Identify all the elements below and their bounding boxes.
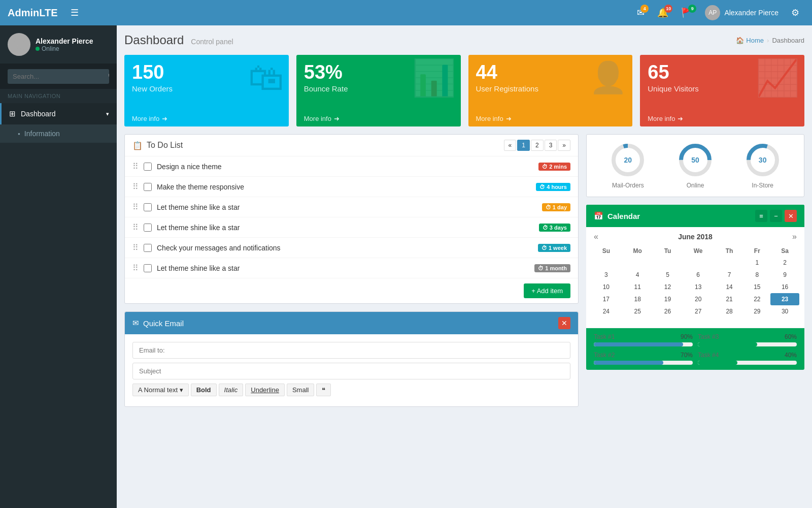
donut-wrap-mail: 20	[610, 142, 646, 178]
sidebar-toggle[interactable]: ☰	[65, 5, 84, 21]
cal-next-btn[interactable]: »	[792, 232, 797, 241]
bounce-more-info[interactable]: More info ➜	[296, 111, 461, 126]
cal-day[interactable]: 27	[682, 305, 715, 318]
drag-handle-icon[interactable]: ⠿	[132, 263, 139, 273]
quick-email-close-button[interactable]: ✕	[558, 317, 570, 329]
visitors-more-info[interactable]: More info ➜	[640, 111, 804, 126]
cal-day[interactable]: 12	[654, 281, 682, 293]
page-next-btn[interactable]: »	[558, 140, 570, 151]
cal-day[interactable]: 25	[621, 305, 654, 318]
drag-handle-icon[interactable]: ⠿	[132, 182, 139, 192]
sidebar-user-info: Alexander Pierce Online	[36, 37, 93, 52]
breadcrumb-home[interactable]: 🏠 Home	[736, 37, 764, 44]
cal-day[interactable]: 17	[591, 293, 621, 305]
cal-day[interactable]: 8	[743, 269, 770, 281]
cal-day[interactable]: 18	[621, 293, 654, 305]
format-underline-button[interactable]: Underline	[245, 384, 285, 396]
tasks-button[interactable]: 🚩 9	[676, 3, 697, 22]
cal-day[interactable]: 26	[654, 305, 682, 318]
cal-day[interactable]: 3	[591, 269, 621, 281]
quick-email-box: ✉ Quick Email ✕ A Normal text ▾ Bold Ita…	[124, 311, 579, 407]
cal-day[interactable]: 21	[715, 293, 744, 305]
sidebar-user-panel: Alexander Pierce Online	[0, 25, 117, 64]
cal-prev-btn[interactable]: «	[594, 232, 598, 241]
user-menu[interactable]: AP Alexander Pierce	[700, 3, 784, 23]
format-small-button[interactable]: Small	[287, 384, 315, 396]
cal-day[interactable]: 19	[654, 293, 682, 305]
add-item-button[interactable]: + Add item	[524, 283, 570, 298]
cal-day[interactable]: 1	[743, 257, 770, 269]
cal-day[interactable]: 16	[770, 281, 799, 293]
todo-checkbox[interactable]	[144, 244, 152, 252]
email-to-input[interactable]	[132, 342, 570, 359]
todo-checkbox[interactable]	[144, 264, 152, 272]
todo-checkbox[interactable]	[144, 183, 152, 191]
drag-handle-icon[interactable]: ⠿	[132, 243, 139, 252]
cal-day[interactable]: 10	[591, 281, 621, 293]
page-title: Dashboard	[124, 33, 184, 47]
page-1-btn[interactable]: 1	[517, 140, 530, 151]
cal-day[interactable]: 28	[715, 305, 744, 318]
format-bold-button[interactable]: Bold	[191, 384, 217, 396]
todo-text: Let theme shine like a star	[157, 264, 529, 272]
calendar-list-btn[interactable]: ≡	[755, 210, 767, 222]
bar-chart-icon: 📊	[412, 60, 456, 96]
todo-badge: ⏱ 1 month	[534, 264, 570, 272]
breadcrumb: 🏠 Home › Dashboard	[736, 37, 804, 44]
cal-day[interactable]: 24	[591, 305, 621, 318]
calendar-close-btn[interactable]: ✕	[785, 210, 797, 222]
cal-day[interactable]: 13	[682, 281, 715, 293]
cal-day-header: Th	[715, 245, 744, 257]
cal-day-header: Su	[591, 245, 621, 257]
bounce-number: 53%	[304, 62, 348, 82]
cal-day[interactable]: 4	[621, 269, 654, 281]
todo-footer: + Add item	[125, 278, 578, 303]
brand-logo[interactable]: AdminLTE	[8, 7, 58, 19]
task-percent: 40%	[785, 352, 797, 359]
drag-handle-icon[interactable]: ⠿	[132, 162, 139, 171]
messages-button[interactable]: ✉ 4	[632, 3, 650, 22]
cal-week-row: 24252627282930	[591, 305, 799, 318]
cal-day[interactable]: 29	[743, 305, 770, 318]
cal-day[interactable]: 15	[743, 281, 770, 293]
cal-day[interactable]: 2	[770, 257, 799, 269]
cal-day[interactable]: 6	[682, 269, 715, 281]
cal-grid: SuMoTuWeThFrSa 1234567891011121314151617…	[591, 245, 799, 323]
todo-checkbox[interactable]	[144, 224, 152, 232]
todo-badge: ⏱ 1 week	[538, 244, 570, 252]
home-icon: 🏠	[736, 37, 744, 44]
cal-day[interactable]: 7	[715, 269, 744, 281]
page-3-btn[interactable]: 3	[545, 140, 557, 151]
cal-day[interactable]: 23	[770, 293, 799, 305]
settings-button[interactable]: ⚙	[786, 3, 804, 22]
cal-day[interactable]: 30	[770, 305, 799, 318]
cal-day	[621, 257, 654, 269]
cal-day[interactable]: 22	[743, 293, 770, 305]
cal-day[interactable]: 9	[770, 269, 799, 281]
user-name: Alexander Pierce	[724, 9, 779, 17]
cal-day[interactable]: 20	[682, 293, 715, 305]
todo-checkbox[interactable]	[144, 163, 152, 171]
search-input[interactable]	[8, 69, 103, 84]
format-quote-button[interactable]: ❝	[316, 384, 331, 396]
sidebar-item-dashboard[interactable]: ⊞ Dashboard ▾	[0, 103, 117, 124]
format-italic-button[interactable]: Italic	[219, 384, 244, 396]
search-button[interactable]: 🔍	[103, 69, 109, 84]
cal-day[interactable]: 11	[621, 281, 654, 293]
progress-fill	[594, 342, 683, 346]
orders-more-info[interactable]: More info ➜	[124, 111, 289, 126]
reg-more-info[interactable]: More info ➜	[468, 111, 633, 126]
page-2-btn[interactable]: 2	[531, 140, 544, 151]
sidebar-item-information[interactable]: Information	[0, 124, 117, 143]
cal-day[interactable]: 14	[715, 281, 744, 293]
page-prev-btn[interactable]: «	[504, 140, 517, 151]
email-subject-input[interactable]	[132, 363, 570, 379]
todo-checkbox[interactable]	[144, 203, 152, 211]
stat-box-info-bounce: 53% Bounce Rate	[304, 62, 348, 93]
drag-handle-icon[interactable]: ⠿	[132, 202, 139, 212]
calendar-minimize-btn[interactable]: −	[770, 210, 782, 222]
drag-handle-icon[interactable]: ⠿	[132, 223, 139, 232]
format-normal-button[interactable]: A Normal text ▾	[132, 384, 189, 396]
notifications-button[interactable]: 🔔 10	[652, 3, 673, 22]
cal-day[interactable]: 5	[654, 269, 682, 281]
